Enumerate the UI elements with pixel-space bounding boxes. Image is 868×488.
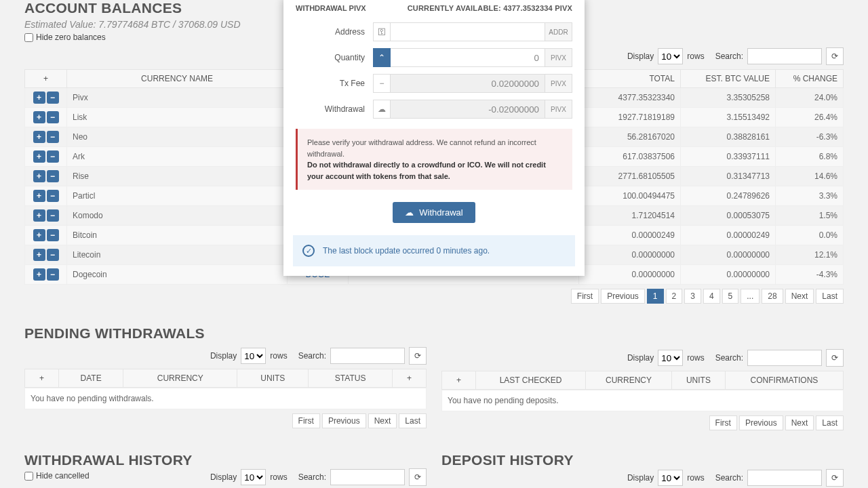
search-input[interactable] — [747, 48, 822, 64]
plus-button[interactable]: + — [33, 111, 45, 123]
address-input[interactable] — [391, 22, 545, 41]
warning-box: Please verify your withdrawal address. W… — [296, 129, 572, 190]
display-select[interactable]: 10 — [241, 348, 266, 364]
refresh-icon[interactable]: ⟳ — [826, 469, 844, 487]
hide-cancelled-input[interactable] — [24, 472, 33, 481]
pager-item[interactable]: Next — [785, 289, 814, 304]
display-select[interactable]: 10 — [241, 469, 266, 485]
search-input[interactable] — [747, 350, 822, 366]
cloud-icon: ☁ — [373, 100, 391, 119]
fee-input — [391, 74, 545, 93]
pager-item[interactable]: ... — [741, 289, 760, 304]
plus-button[interactable]: + — [33, 170, 45, 182]
minus-button[interactable]: − — [47, 190, 59, 202]
pager-item[interactable]: Next — [368, 413, 397, 428]
withdrawal-modal: WITHDRAWAL PIVX CURRENTLY AVAILABLE: 437… — [283, 0, 585, 276]
minus-button[interactable]: − — [47, 111, 59, 123]
pager-item[interactable]: Previous — [739, 415, 783, 430]
plus-button[interactable]: + — [33, 268, 45, 281]
plus-button[interactable]: + — [33, 190, 45, 202]
quantity-input[interactable] — [391, 48, 545, 67]
minus-button[interactable]: − — [47, 268, 59, 281]
refresh-icon[interactable]: ⟳ — [409, 468, 427, 486]
minus-button[interactable]: − — [47, 209, 59, 222]
empty-pending-d: You have no pending deposits. — [441, 390, 844, 411]
block-update-notice: ✓ The last block update occurred 0 minut… — [293, 235, 575, 266]
check-circle-icon: ✓ — [302, 245, 315, 257]
pager-item[interactable]: 28 — [762, 289, 783, 304]
minus-button[interactable]: − — [47, 249, 59, 261]
plus-button[interactable]: + — [33, 150, 45, 163]
pager-item[interactable]: First — [571, 289, 599, 304]
display-select[interactable]: 10 — [658, 350, 683, 366]
pager-item[interactable]: Previous — [601, 289, 645, 304]
plus-button[interactable]: + — [33, 131, 45, 143]
pager-item[interactable]: 2 — [666, 289, 683, 304]
wh-title: WITHDRAWAL HISTORY — [24, 452, 427, 468]
minus-button[interactable]: − — [47, 229, 59, 241]
pager-item[interactable]: Last — [816, 289, 844, 304]
pager-item[interactable]: Previous — [322, 413, 366, 428]
dh-title: DEPOSIT HISTORY — [441, 452, 844, 468]
minus-button[interactable]: − — [47, 131, 59, 143]
pager-item[interactable]: 5 — [722, 289, 739, 304]
pager-item[interactable]: First — [292, 413, 320, 428]
pager-item[interactable]: 3 — [684, 289, 701, 304]
plus-button[interactable]: + — [33, 249, 45, 261]
refresh-icon[interactable]: ⟳ — [826, 349, 844, 367]
search-input[interactable] — [747, 470, 822, 486]
minus-button[interactable]: − — [47, 170, 59, 182]
minus-icon: − — [373, 74, 391, 93]
plus-button[interactable]: + — [33, 209, 45, 222]
pager-item[interactable]: Last — [816, 415, 844, 430]
pager-item[interactable]: Last — [399, 413, 427, 428]
plus-button[interactable]: + — [33, 92, 45, 104]
empty-pending-w: You have no pending withdrawals. — [24, 388, 427, 409]
pager-item[interactable]: Next — [785, 415, 814, 430]
max-icon[interactable]: ⌃ — [373, 48, 391, 67]
plus-button[interactable]: + — [33, 229, 45, 241]
pending-w-title: PENDING WITHDRAWALS — [24, 325, 427, 342]
key-icon: ⚿ — [373, 22, 391, 41]
hide-zero-input[interactable] — [24, 33, 33, 42]
pager-item[interactable]: 1 — [647, 289, 664, 304]
display-select[interactable]: 10 — [658, 470, 683, 486]
display-select[interactable]: 10 — [658, 48, 683, 64]
modal-available: CURRENTLY AVAILABLE: 4377.3532334 PIVX — [408, 4, 572, 12]
refresh-icon[interactable]: ⟳ — [826, 47, 844, 65]
pager-item[interactable]: 4 — [703, 289, 720, 304]
minus-button[interactable]: − — [47, 92, 59, 104]
search-input[interactable] — [330, 348, 405, 364]
withdrawal-total-input — [391, 100, 545, 119]
cloud-download-icon: ☁ — [405, 207, 414, 218]
withdrawal-button[interactable]: ☁ Withdrawal — [393, 202, 475, 223]
pager-item[interactable]: First — [709, 415, 737, 430]
minus-button[interactable]: − — [47, 150, 59, 163]
modal-title: WITHDRAWAL PIVX — [296, 4, 366, 12]
search-input[interactable] — [330, 469, 405, 485]
refresh-icon[interactable]: ⟳ — [409, 347, 427, 365]
